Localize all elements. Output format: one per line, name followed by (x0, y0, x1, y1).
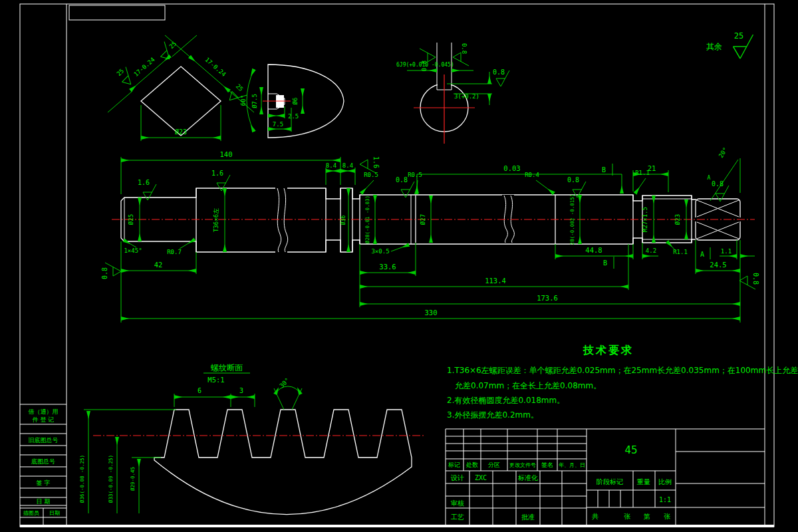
dim-keyway-depth: 3(+0.2) (454, 93, 479, 100)
tb-weight-label: 重量 (636, 478, 650, 485)
tb-header-count: 处数 (466, 462, 478, 468)
roughness-keyway-left: 0.8 (421, 61, 428, 71)
dim-fillet-r11a: R1.1 (635, 170, 650, 176)
dim-140: 140 (220, 150, 233, 158)
tb-review-label: 审核 (451, 499, 464, 507)
dim-groove-84a: 8.4 (326, 162, 336, 169)
dim-dia28b: 28(-0.002 -0.015) (569, 194, 575, 245)
surplus-label: 其余 (706, 42, 722, 51)
dim-groove-84b: 8.4 (342, 162, 353, 169)
dim-worm-width: 3 (239, 387, 243, 394)
tb-stage-label: 阶段标记 (597, 478, 623, 485)
strip-tracer-label: 描图员 (23, 510, 39, 516)
dim-fillet-r05a: R0.5 (364, 172, 378, 178)
tech-line-2: 允差0.07mm；在全长上允差0.08mm。 (455, 381, 601, 390)
cad-drawing-canvas: 借（通）用 件 登 记 旧底图总号 底图总号 签 字 日 期 描图员 日期 其余… (0, 0, 798, 532)
dim-42: 42 (154, 261, 163, 269)
tb-designer-name: ZXC (475, 474, 487, 481)
dim-centerhole-len-inner: 2.5 (288, 113, 299, 120)
dim-fillet-r11b: R1.1 (673, 249, 688, 255)
tb-sheet-label-1: 张 (624, 513, 630, 520)
dim-centerhole-angle: 60° (240, 95, 247, 106)
dim-dia23: Ø23 (674, 214, 681, 225)
dim-worm-pitch: 6 (198, 387, 201, 394)
tb-header-sign: 签名 (541, 462, 553, 468)
strip-old-sheet-label: 旧底图总号 (29, 437, 59, 444)
dim-dia36: Ø36 (340, 215, 346, 225)
dim-centerhole-len-outer: 7.5 (273, 121, 283, 128)
roughness-keyway-right: 0.8 (461, 43, 467, 54)
dim-centerhole-dia-outer: Ø7.5 (251, 94, 258, 108)
dim-fillet-r05b: R0.5 (408, 172, 422, 178)
dim-330: 330 (425, 309, 438, 317)
dim-1736: 173.6 (537, 294, 558, 302)
strip-sheet-label: 底图总号 (31, 458, 55, 465)
strip-borrow-label-1: 借（通）用 (29, 408, 59, 415)
tb-scale-value: 1:1 (659, 496, 671, 503)
roughness-08d: 0.8 (752, 273, 759, 285)
roughness-08a: 0.8 (396, 176, 408, 184)
tech-line-4: 3.外径振摆允差0.2mm。 (447, 410, 539, 420)
dim-dia28a: Ø28(-0.01 -0.03) (364, 196, 370, 243)
roughness-08b: 0.8 (567, 176, 579, 184)
dim-fillet-r07: R0.7 (167, 249, 182, 255)
dim-worm-dia-outer: Ø36(-0.08 -0.25) (79, 455, 85, 503)
tb-header-doc-no: 更改文件号 (509, 462, 536, 468)
section-label-a-bottom: A (700, 251, 704, 258)
dim-worm-thread: T36×6左 (213, 208, 219, 232)
dim-worm-dia-root: Ø29-0.45 (130, 467, 136, 491)
dim-dia25: Ø25 (128, 214, 134, 225)
roughness-16a: 1.6 (138, 179, 150, 186)
strip-signature-label: 签 字 (37, 479, 51, 486)
strip-date-label: 日 期 (37, 498, 51, 505)
tb-standard-label: 标准化 (517, 474, 538, 481)
thread-section-title: 螺纹断面 (211, 363, 243, 372)
section-label-a-top: A (708, 175, 711, 181)
dim-fillet-r04: R0.4 (525, 172, 539, 178)
roughness-08c: 0.8 (712, 180, 724, 188)
tb-material: 45 (624, 444, 637, 456)
thread-section-scale: M5:1 (207, 376, 224, 384)
dim-square-width: Ø23 (175, 128, 187, 136)
dim-worm-dia-mid: Ø33(-0.09 -0.25) (108, 455, 114, 503)
tech-line-3: 2.有效径椭圆度允差0.018mm。 (447, 396, 565, 405)
tech-line-1: 1.T36×6左螺距误差：单个螺距允差0.025mm；在25mm长允差0.035… (447, 366, 798, 375)
surplus-roughness-value: 25 (734, 31, 743, 41)
tb-header-mark: 标记 (448, 462, 460, 468)
tb-header-zone: 分区 (488, 462, 500, 468)
roughness-16c: 1.6 (372, 156, 380, 168)
tb-sheet-label-2: 张 (664, 513, 670, 520)
tb-total-label: 共 (592, 513, 598, 520)
dim-1134: 113.4 (485, 277, 506, 285)
roughness-16b: 1.6 (211, 170, 223, 177)
dim-dia27: Ø27 (420, 214, 426, 225)
dim-11: 1.1 (721, 248, 732, 255)
dim-245: 24.5 (710, 261, 726, 269)
dim-336: 33.6 (379, 263, 396, 271)
dim-42b: 4.2 (646, 247, 656, 254)
roughness-08e: 0.8 (101, 267, 108, 279)
tb-approve-label: 批准 (521, 513, 535, 521)
dim-groove-3x05: 3×0.5 (371, 248, 389, 255)
tb-design-label: 设计 (450, 474, 464, 481)
dim-runout-003: 0.03 (503, 164, 520, 172)
tb-process-label: 工艺 (451, 513, 464, 521)
dim-chamfer-1x45: 1×45° (124, 247, 142, 254)
strip-borrow-label-2: 件 登 记 (32, 416, 55, 423)
tb-scale-label: 比例 (658, 478, 672, 485)
tech-title: 技术要求 (583, 344, 634, 356)
dim-centerhole-dia-inner: Ø6 (292, 98, 299, 105)
dim-448: 44.8 (585, 246, 602, 254)
tb-page-label: 第 (644, 513, 650, 520)
dim-m27-thread: M27×1.5 (642, 207, 648, 232)
section-label-b-bottom: B (603, 259, 607, 267)
roughness-keyway-face: 0.8 (493, 68, 505, 76)
strip-date2-label: 日期 (49, 510, 60, 516)
section-label-b-top: B (602, 166, 606, 174)
tb-header-date: 年、月、日 (559, 462, 585, 468)
